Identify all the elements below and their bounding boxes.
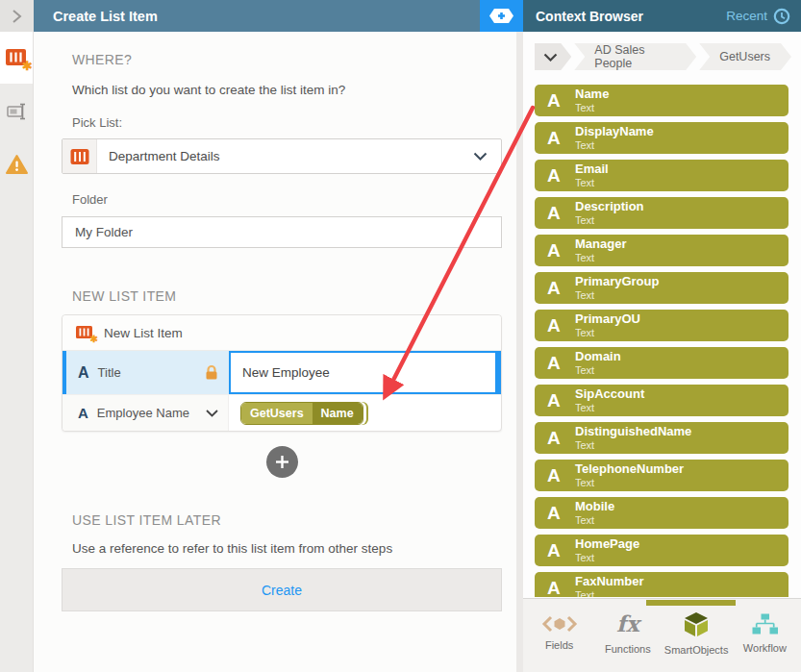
sidebar-tab-create-list-item[interactable]: ✱ — [0, 32, 33, 85]
title-value-input[interactable]: New Employee — [229, 351, 497, 394]
context-item[interactable]: A HomePage Text — [535, 535, 788, 566]
list-item-new-icon: ✱ — [6, 48, 27, 67]
context-item[interactable]: A TelephoneNumber Text — [535, 460, 788, 491]
panel-divider — [516, 32, 523, 672]
text-type-icon: A — [547, 128, 575, 149]
rename-icon — [6, 101, 28, 122]
context-browser-panel: Context Browser Recent AD Sales People G… — [523, 0, 801, 672]
new-list-item-heading: NEW LIST ITEM — [72, 288, 502, 304]
selected-row-edge — [497, 351, 501, 394]
employee-label: Employee Name — [97, 406, 197, 420]
context-item[interactable]: A SipAccount Text — [535, 385, 788, 416]
tab-smartobjects[interactable]: SmartObjects — [663, 599, 731, 672]
create-button-label: Create — [262, 583, 302, 598]
employee-name-field-row[interactable]: A Employee Name GetUsers Name — [63, 394, 501, 431]
pick-list-value: Department Details — [97, 149, 473, 163]
context-item-type: Text — [575, 439, 691, 451]
add-row-button[interactable] — [266, 446, 298, 478]
employee-label-cell[interactable]: A Employee Name — [63, 395, 229, 431]
where-heading: WHERE? — [72, 32, 502, 67]
context-item-type: Text — [575, 327, 640, 338]
context-item-name: Mobile — [575, 500, 614, 513]
getusers-name-field-tag[interactable]: GetUsers Name — [240, 402, 363, 425]
recent-button[interactable]: Recent — [726, 8, 790, 25]
context-item[interactable]: A DisplayName Text — [535, 122, 788, 154]
employee-value-cell: GetUsers Name — [229, 402, 501, 425]
functions-icon: fx — [616, 611, 639, 636]
context-item-type: Text — [575, 139, 654, 151]
context-item[interactable]: A DistinguishedName Text — [535, 422, 788, 454]
clock-icon — [773, 8, 790, 25]
collapse-panel-button[interactable] — [0, 0, 33, 32]
context-item-type: Text — [575, 102, 609, 113]
context-item-name: TelephoneNumber — [575, 462, 684, 476]
context-item-name: SipAccount — [575, 387, 644, 401]
context-item[interactable]: A Description Text — [535, 197, 788, 229]
page-title: Create List Item — [53, 9, 158, 24]
chevron-down-icon — [473, 152, 501, 161]
tab-label: Workflow — [743, 642, 787, 654]
step-config-body: WHERE? Which list do you want to create … — [34, 32, 516, 672]
context-item[interactable]: A FaxNumber Text — [535, 572, 788, 597]
text-type-icon: A — [547, 465, 575, 486]
context-item-name: FaxNumber — [575, 575, 644, 588]
chevron-right-icon — [8, 8, 25, 25]
tab-functions[interactable]: fx Functions — [593, 599, 662, 672]
context-item-name: DistinguishedName — [575, 425, 691, 438]
tag-source: GetUsers — [241, 403, 313, 424]
sidebar-tab-rename[interactable] — [0, 85, 33, 137]
new-list-item-card: ✱ New List Item A Title New Employee — [62, 314, 502, 432]
title-field-row[interactable]: A Title New Employee — [63, 351, 501, 394]
add-field-button[interactable] — [480, 0, 523, 32]
sidebar-tab-errors[interactable] — [0, 137, 33, 190]
context-item-name: HomePage — [575, 537, 639, 551]
context-item-type: Text — [575, 177, 609, 188]
use-later-heading: USE LIST ITEM LATER — [72, 512, 502, 528]
chevron-down-icon — [543, 53, 558, 62]
context-item[interactable]: A Domain Text — [535, 347, 788, 379]
tab-fields[interactable]: Fields — [525, 599, 593, 672]
plus-icon — [275, 455, 289, 469]
context-browser-tabbar: Fields fx Functions SmartObjects — [523, 598, 801, 672]
title-value: New Employee — [242, 365, 330, 380]
pick-list-label: Pick List: — [72, 115, 502, 130]
context-item[interactable]: A Mobile Text — [535, 497, 788, 529]
context-item-type: Text — [575, 289, 659, 301]
context-item[interactable]: A Name Text — [535, 85, 788, 116]
tab-workflow[interactable]: Workflow — [731, 599, 799, 672]
context-item-name: Description — [575, 200, 644, 213]
context-item[interactable]: A Manager Text — [535, 235, 788, 266]
breadcrumb-method[interactable]: GetUsers — [699, 43, 791, 70]
context-item-name: Domain — [575, 350, 621, 363]
text-type-icon: A — [547, 353, 575, 374]
tab-label: Functions — [605, 643, 651, 655]
context-item[interactable]: A PrimaryOU Text — [535, 310, 788, 341]
breadcrumb-dropdown-button[interactable] — [535, 43, 571, 70]
context-item-type: Text — [575, 364, 621, 376]
text-type-icon: A — [78, 405, 88, 421]
asterisk-icon: ✱ — [90, 335, 98, 344]
context-item-type: Text — [575, 552, 639, 563]
card-title: New List Item — [104, 326, 183, 340]
context-item-name: Email — [575, 162, 609, 176]
text-type-icon: A — [78, 364, 89, 382]
context-item-name: Name — [575, 87, 609, 101]
pick-list-dropdown[interactable]: Department Details — [62, 138, 502, 174]
folder-input[interactable]: My Folder — [62, 216, 502, 248]
create-reference-button[interactable]: Create — [62, 568, 502, 611]
text-type-icon: A — [547, 428, 575, 449]
text-type-icon: A — [547, 165, 575, 187]
context-item-list: A Name Text A DisplayName Text A Email T… — [535, 85, 788, 597]
breadcrumb-smartobject[interactable]: AD Sales People — [574, 43, 696, 70]
step-config-header: Create List Item — [34, 0, 480, 32]
asterisk-icon: ✱ — [22, 60, 33, 72]
breadcrumb: AD Sales People GetUsers — [535, 43, 791, 70]
context-item[interactable]: A Email Text — [535, 160, 788, 191]
text-type-icon: A — [547, 503, 575, 524]
text-type-icon: A — [547, 578, 575, 598]
context-item-name: PrimaryGroup — [575, 275, 659, 288]
context-item[interactable]: A PrimaryGroup Text — [535, 272, 788, 304]
where-question: Which list do you want to create the lis… — [72, 83, 502, 97]
recent-label: Recent — [726, 9, 767, 23]
context-item-name: Manager — [575, 237, 626, 251]
